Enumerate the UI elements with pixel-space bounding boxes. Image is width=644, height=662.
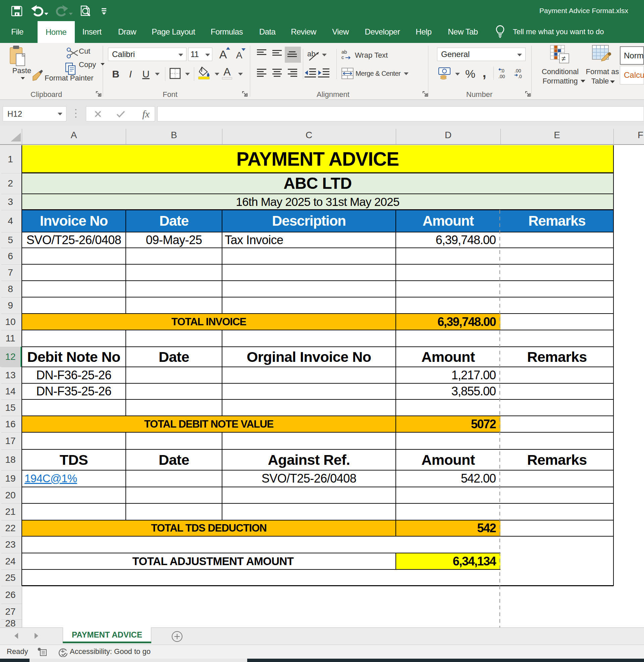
- svg-text:.00: .00: [514, 68, 521, 73]
- svg-text:≠: ≠: [561, 54, 566, 63]
- svg-text:.0: .0: [501, 68, 504, 73]
- svg-text:.0: .0: [518, 74, 522, 79]
- svg-text:c: c: [342, 54, 344, 60]
- svg-text:.00: .00: [499, 74, 505, 79]
- svg-text:ab: ab: [307, 50, 315, 58]
- svg-text:ab: ab: [342, 49, 347, 55]
